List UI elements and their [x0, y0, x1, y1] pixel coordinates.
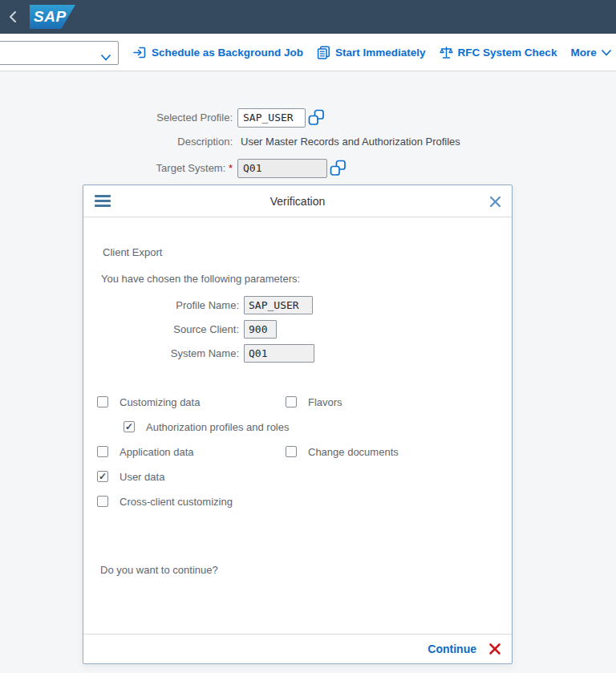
sap-gui-page: SAP Schedule as Background Job: [0, 0, 616, 673]
change-documents-checkbox[interactable]: [286, 446, 297, 457]
param-label: System Name:: [83, 344, 239, 363]
source-client-field: 900: [244, 320, 277, 339]
value-help-icon[interactable]: [330, 160, 346, 176]
start-immediately-button[interactable]: Start Immediately: [317, 46, 426, 59]
checkbox-label: Customizing data: [120, 395, 200, 409]
schedule-background-job-button[interactable]: Schedule as Background Job: [133, 46, 303, 59]
toolbar: Schedule as Background Job Start Immedia…: [0, 34, 616, 71]
checkbox-label: Change documents: [308, 445, 399, 459]
enter-into-box-icon: [133, 46, 147, 59]
required-asterisk: *: [229, 162, 233, 174]
description-value: User Master Records and Authorization Pr…: [241, 132, 460, 152]
customizing-data-checkbox[interactable]: [97, 396, 108, 407]
dialog-intro: You have chosen the following parameters…: [101, 273, 300, 285]
verification-dialog: Verification Client Export You have chos…: [83, 184, 513, 664]
more-button[interactable]: More: [570, 47, 610, 59]
application-data-checkbox[interactable]: [97, 446, 108, 457]
shell-bar: SAP: [0, 0, 616, 34]
param-label: Source Client:: [83, 320, 239, 339]
continue-button[interactable]: Continue: [428, 643, 476, 655]
authorization-profiles-checkbox[interactable]: ✓: [124, 421, 135, 432]
checkbox-row: ✓ Authorization profiles and roles: [83, 420, 512, 435]
user-data-checkbox[interactable]: ✓: [97, 471, 108, 482]
reject-icon[interactable]: [488, 643, 501, 655]
toolbar-button-label: Start Immediately: [335, 47, 426, 59]
selected-profile-input[interactable]: SAP_USER: [237, 108, 306, 128]
value-help-icon[interactable]: [308, 109, 325, 126]
balance-scale-icon: [440, 46, 453, 59]
checkbox-row: Customizing data Flavors: [83, 395, 512, 410]
checkbox-label: User data: [120, 470, 164, 484]
cross-client-customizing-checkbox[interactable]: [97, 496, 108, 507]
checkbox-row: ✓ User data: [83, 470, 512, 484]
sap-logo-text: SAP: [34, 8, 67, 26]
documents-icon: [317, 46, 330, 59]
dialog-title: Verification: [83, 185, 512, 217]
checkbox-row: Application data Change documents: [83, 445, 512, 460]
close-icon[interactable]: [489, 196, 501, 208]
toolbar-button-label: More: [570, 47, 596, 59]
transaction-combobox[interactable]: [0, 41, 119, 65]
selected-profile-label: Selected Profile:: [0, 108, 233, 128]
toolbar-button-label: Schedule as Background Job: [152, 47, 303, 59]
chevron-down-icon: [602, 50, 611, 56]
toolbar-buttons: Schedule as Background Job Start Immedia…: [133, 34, 611, 71]
toolbar-button-label: RFC System Check: [458, 47, 557, 59]
system-name-field: Q01: [244, 344, 314, 363]
checkbox-label: Cross-client customizing: [120, 495, 233, 509]
hamburger-menu-icon[interactable]: [95, 195, 111, 208]
checkbox-row: Cross-client customizing: [83, 495, 512, 509]
target-system-input[interactable]: Q01: [237, 159, 327, 178]
dialog-header: Verification: [83, 185, 512, 217]
profile-name-field: SAP_USER: [244, 296, 313, 314]
checkbox-label: Flavors: [308, 395, 342, 409]
description-label: Description:: [0, 132, 233, 152]
checkbox-label: Application data: [120, 445, 194, 459]
checkbox-label: Authorization profiles and roles: [146, 420, 290, 434]
back-icon[interactable]: [6, 10, 21, 24]
sap-logo: SAP: [30, 5, 75, 29]
continue-question: Do you want to continue?: [100, 564, 218, 576]
flavors-checkbox[interactable]: [286, 396, 297, 407]
param-label: Profile Name:: [83, 296, 239, 314]
chevron-down-icon: [101, 50, 111, 64]
dialog-heading: Client Export: [103, 246, 162, 258]
rfc-system-check-button[interactable]: RFC System Check: [440, 46, 557, 59]
dialog-footer: Continue: [83, 634, 512, 663]
target-system-label: Target System: *: [0, 159, 233, 178]
